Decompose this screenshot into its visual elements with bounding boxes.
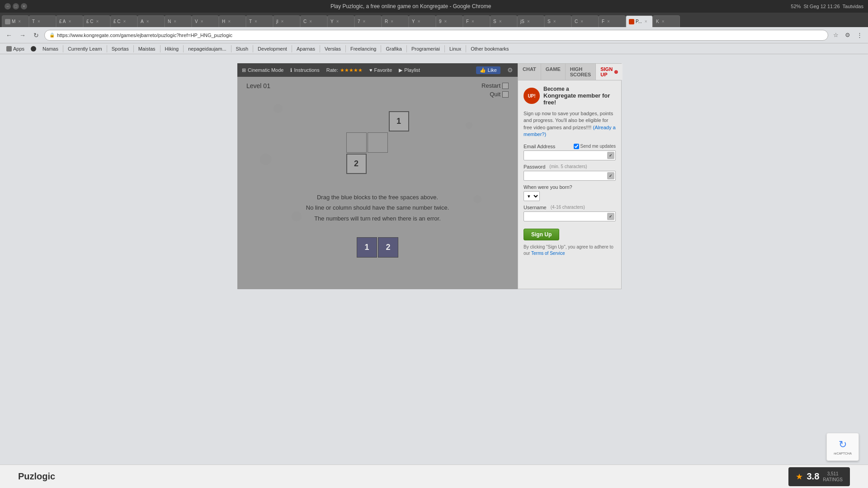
tab-high-scores[interactable]: HIGH SCORES xyxy=(566,64,596,80)
bookmark-apps[interactable]: Apps xyxy=(4,45,27,52)
tab-4[interactable]: £ C× xyxy=(83,15,110,27)
tab-close[interactable]: × xyxy=(418,19,420,24)
signup-button[interactable]: Sign Up xyxy=(524,229,559,240)
bookmark-nepageidaujam[interactable]: nepageidaujam... xyxy=(185,45,229,52)
tab-3[interactable]: £ A× xyxy=(56,15,83,27)
password-input[interactable] xyxy=(524,171,616,181)
close-icon[interactable]: × xyxy=(21,3,27,9)
tab-6[interactable]: A× xyxy=(137,15,165,27)
tab-21[interactable]: S× xyxy=(544,15,571,27)
bookmark-linux[interactable]: Linux xyxy=(447,45,464,52)
tab-close[interactable]: × xyxy=(391,19,393,24)
bookmark-other[interactable]: Other bookmarks xyxy=(468,45,511,52)
window-controls[interactable]: − □ × xyxy=(5,3,27,9)
bookmark-programeriai[interactable]: Programeriai xyxy=(409,45,443,52)
tab-close[interactable]: × xyxy=(580,19,583,24)
tab-close[interactable]: × xyxy=(336,19,339,24)
tab-9[interactable]: H× xyxy=(219,15,246,27)
tab-close[interactable]: × xyxy=(228,19,231,24)
tab-7[interactable]: N× xyxy=(165,15,192,27)
tab-close[interactable]: × xyxy=(96,19,99,24)
tab-11[interactable]: jl× xyxy=(273,15,300,27)
tab-close[interactable]: × xyxy=(309,19,312,24)
birthday-select[interactable]: ▾ xyxy=(524,191,540,201)
instructions-button[interactable]: ℹ Instructions xyxy=(290,67,319,73)
bookmark-maistas[interactable]: Maistas xyxy=(136,45,158,52)
tab-8[interactable]: V× xyxy=(192,15,219,27)
playlist-button[interactable]: ▶ Playlist xyxy=(399,67,420,73)
cinematic-mode-button[interactable]: ⊞ Cinematic Mode xyxy=(242,67,283,73)
tab-close[interactable]: × xyxy=(662,19,665,24)
tab-13[interactable]: Y× xyxy=(327,15,354,27)
bookmark-slush[interactable]: Slush xyxy=(233,45,251,52)
tab-kongregate[interactable]: P...× xyxy=(626,15,653,27)
rate-widget[interactable]: Rate: ★★★★★ xyxy=(326,67,363,73)
signup-close-icon[interactable]: ⊗ xyxy=(614,69,618,75)
tab-close[interactable]: × xyxy=(472,19,474,24)
tab-16[interactable]: Y× xyxy=(409,15,436,27)
bookmark-currently-learn[interactable]: Currently Learn xyxy=(65,45,105,52)
tab-2[interactable]: T× xyxy=(29,15,56,27)
tab-close[interactable]: × xyxy=(201,19,203,24)
username-input[interactable] xyxy=(524,211,616,221)
tab-close[interactable]: × xyxy=(363,19,366,24)
tab-10[interactable]: T× xyxy=(246,15,273,27)
tab-5[interactable]: £ C× xyxy=(110,15,137,27)
tab-close[interactable]: × xyxy=(255,19,257,24)
star-rating[interactable]: ★★★★★ xyxy=(340,67,363,73)
terms-link[interactable]: Terms of Service xyxy=(531,251,565,256)
back-button[interactable]: ← xyxy=(4,30,14,41)
tab-19[interactable]: S× xyxy=(490,15,517,27)
email-input[interactable] xyxy=(524,150,616,160)
tab-close[interactable]: × xyxy=(18,19,21,24)
tab-gmail[interactable]: M× xyxy=(2,15,29,27)
bookmark-namas[interactable]: Namas xyxy=(40,45,61,52)
bookmark-verslas[interactable]: Verslas xyxy=(322,45,344,52)
bookmark-grafika[interactable]: Grafika xyxy=(383,45,404,52)
like-button[interactable]: 👍 Like xyxy=(476,66,500,74)
tab-15[interactable]: R× xyxy=(382,15,409,27)
reload-button[interactable]: ↻ xyxy=(31,30,42,41)
bookmark-sportas[interactable]: Sportas xyxy=(109,45,132,52)
tab-close[interactable]: × xyxy=(174,19,176,24)
bookmark-star-icon[interactable]: ☆ xyxy=(831,30,841,40)
maximize-icon[interactable]: □ xyxy=(13,3,19,9)
tab-25[interactable]: K× xyxy=(653,15,680,27)
tab-close[interactable]: × xyxy=(607,19,610,24)
grid-cell-1-1[interactable] xyxy=(368,132,388,153)
grid-cell-1-0[interactable] xyxy=(346,132,367,153)
restart-button[interactable]: Restart xyxy=(481,82,509,89)
tab-chat[interactable]: CHAT xyxy=(518,64,541,80)
tab-close[interactable]: × xyxy=(146,19,149,24)
tab-close[interactable]: × xyxy=(281,19,283,24)
settings-icon[interactable]: ⚙ xyxy=(507,66,513,74)
address-bar[interactable]: 🔒 https://www.kongregate.com/games/ejbar… xyxy=(44,30,828,41)
tab-close[interactable]: × xyxy=(444,19,447,24)
tab-20[interactable]: jS× xyxy=(517,15,544,27)
tab-close[interactable]: × xyxy=(38,19,40,24)
draggable-block-1[interactable]: 1 xyxy=(357,237,377,258)
bookmark-hiking[interactable]: Hiking xyxy=(162,45,182,52)
minimize-icon[interactable]: − xyxy=(5,3,11,9)
menu-icon[interactable]: ⋮ xyxy=(854,30,864,40)
tab-close[interactable]: × xyxy=(68,19,71,24)
tab-close[interactable]: × xyxy=(553,19,556,24)
forward-button[interactable]: → xyxy=(17,30,28,41)
send-updates-checkbox[interactable] xyxy=(574,144,579,149)
bookmark-github[interactable] xyxy=(28,45,39,52)
tab-12[interactable]: C× xyxy=(300,15,327,27)
tab-game[interactable]: GAME xyxy=(541,64,566,80)
quit-button[interactable]: Quit xyxy=(490,91,509,98)
draggable-block-2[interactable]: 2 xyxy=(378,237,398,258)
tab-23[interactable]: F× xyxy=(599,15,626,27)
tab-22[interactable]: C× xyxy=(571,15,599,27)
tab-close-active[interactable]: × xyxy=(645,19,647,24)
extensions-icon[interactable]: ⚙ xyxy=(843,30,853,40)
tab-17[interactable]: 9× xyxy=(436,15,463,27)
tab-sign-up[interactable]: SIGN UP ⊗ xyxy=(596,64,623,80)
tab-close[interactable]: × xyxy=(123,19,126,24)
bookmark-development[interactable]: Development xyxy=(255,45,290,52)
tab-close[interactable]: × xyxy=(499,19,502,24)
favorite-button[interactable]: ♥ Favorite xyxy=(369,67,392,73)
tab-close[interactable]: × xyxy=(527,19,530,24)
